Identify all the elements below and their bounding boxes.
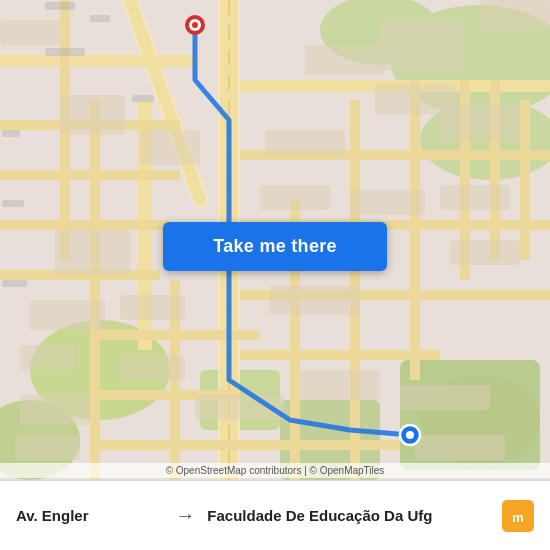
route-arrow-icon: → bbox=[175, 504, 195, 527]
svg-rect-64 bbox=[90, 15, 110, 22]
svg-rect-46 bbox=[120, 355, 185, 380]
svg-rect-16 bbox=[0, 55, 200, 67]
route-from: Av. Engler bbox=[16, 507, 163, 524]
svg-rect-44 bbox=[20, 395, 90, 425]
svg-rect-68 bbox=[45, 48, 85, 56]
svg-rect-40 bbox=[55, 230, 130, 275]
svg-rect-39 bbox=[140, 130, 200, 165]
take-me-there-button[interactable]: Take me there bbox=[163, 222, 387, 271]
svg-rect-60 bbox=[440, 105, 520, 140]
svg-rect-63 bbox=[45, 2, 75, 10]
svg-rect-34 bbox=[410, 80, 420, 380]
svg-rect-58 bbox=[380, 20, 465, 70]
svg-rect-69 bbox=[132, 95, 154, 102]
bottom-bar: Av. Engler → Faculdade De Educação Da Uf… bbox=[0, 480, 550, 550]
svg-rect-19 bbox=[0, 220, 170, 230]
svg-rect-67 bbox=[2, 280, 27, 287]
svg-rect-37 bbox=[520, 100, 530, 260]
svg-rect-43 bbox=[20, 345, 75, 370]
svg-rect-62 bbox=[0, 20, 60, 45]
svg-rect-48 bbox=[300, 370, 380, 400]
route-to: Faculdade De Educação Da Ufg bbox=[207, 507, 502, 524]
route-to-label: Faculdade De Educação Da Ufg bbox=[207, 507, 432, 524]
route-from-label: Av. Engler bbox=[16, 507, 89, 524]
svg-rect-41 bbox=[30, 300, 105, 330]
svg-rect-66 bbox=[2, 200, 24, 207]
svg-text:m: m bbox=[512, 510, 523, 525]
svg-rect-57 bbox=[305, 45, 385, 75]
svg-rect-42 bbox=[120, 295, 185, 320]
svg-rect-56 bbox=[450, 240, 520, 265]
svg-rect-54 bbox=[350, 190, 425, 215]
map-container: Take me there © OpenStreetMap contributo… bbox=[0, 0, 550, 480]
svg-rect-30 bbox=[90, 100, 100, 480]
svg-rect-51 bbox=[415, 435, 505, 460]
take-me-there-overlay: Take me there bbox=[163, 222, 387, 271]
svg-rect-52 bbox=[260, 185, 330, 210]
map-attribution: © OpenStreetMap contributors | © OpenMap… bbox=[0, 463, 550, 478]
svg-rect-49 bbox=[270, 285, 360, 315]
svg-rect-61 bbox=[480, 0, 550, 30]
svg-point-74 bbox=[406, 431, 414, 439]
moovit-logo: m bbox=[502, 500, 534, 532]
svg-rect-45 bbox=[15, 435, 80, 460]
svg-rect-65 bbox=[2, 130, 20, 137]
svg-rect-55 bbox=[440, 185, 510, 210]
svg-rect-53 bbox=[265, 130, 345, 155]
svg-rect-38 bbox=[60, 95, 125, 135]
svg-point-72 bbox=[192, 22, 198, 28]
svg-rect-50 bbox=[400, 385, 490, 410]
